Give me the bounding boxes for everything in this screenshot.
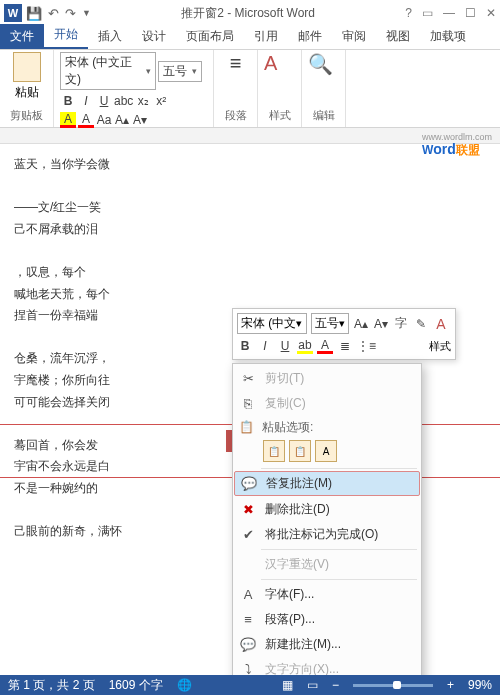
bold-button[interactable]: B <box>60 93 76 109</box>
zoom-out-icon[interactable]: − <box>332 678 339 692</box>
watermark-logo: www.wordlm.com Word联盟 <box>422 132 492 159</box>
tab-view[interactable]: 视图 <box>376 24 420 49</box>
menu-delete-comment[interactable]: ✖删除批注(D) <box>233 497 421 522</box>
status-word-count[interactable]: 1609 个字 <box>109 677 163 694</box>
styles-icon[interactable]: A <box>264 52 295 75</box>
copy-icon: ⎘ <box>239 396 257 412</box>
font-icon: A <box>239 587 257 603</box>
zoom-in-icon[interactable]: + <box>447 678 454 692</box>
qat-redo-icon[interactable]: ↷ <box>65 6 76 21</box>
mini-font-color[interactable]: A <box>317 338 333 354</box>
mini-numbering[interactable]: ⋮≡ <box>357 338 376 354</box>
tab-design[interactable]: 设计 <box>132 24 176 49</box>
qat-undo-icon[interactable]: ↶ <box>48 6 59 21</box>
menu-cut: ✂剪切(T) <box>233 366 421 391</box>
qat-dropdown-icon[interactable]: ▼ <box>82 8 91 18</box>
ribbon: 粘贴 剪贴板 宋体 (中文正文)▾ 五号▾ B I U abc x₂ x² A … <box>0 50 500 128</box>
delete-comment-icon: ✖ <box>239 502 257 518</box>
cut-icon: ✂ <box>239 371 257 387</box>
paragraph-icon[interactable]: ≡ <box>230 52 242 75</box>
text-line: 喊地老天荒，每个 <box>14 284 486 306</box>
tab-addins[interactable]: 加载项 <box>420 24 476 49</box>
paste-label[interactable]: 粘贴 <box>15 84 39 101</box>
reply-icon: 💬 <box>240 476 258 492</box>
menu-hanzi-reselect: 汉字重选(V) <box>233 552 421 577</box>
maximize-icon[interactable]: ☐ <box>465 6 476 20</box>
close-icon[interactable]: ✕ <box>486 6 496 20</box>
help-icon[interactable]: ? <box>405 6 412 20</box>
font-size-combo[interactable]: 五号▾ <box>158 61 202 82</box>
menu-paragraph[interactable]: ≡段落(P)... <box>233 607 421 632</box>
menu-copy: ⎘复制(C) <box>233 391 421 416</box>
document-area: www.wordlm.com Word联盟 蓝天，当你学会微 ——文/红尘一笑 … <box>0 128 500 675</box>
subscript-button[interactable]: x₂ <box>135 93 151 109</box>
grow-font-button[interactable]: A▴ <box>114 112 130 128</box>
group-styles: A 样式 <box>258 50 302 127</box>
zoom-level[interactable]: 99% <box>468 678 492 692</box>
view-read-mode-icon[interactable]: ▭ <box>307 678 318 692</box>
mini-font-combo[interactable]: 宋体 (中文▾ <box>237 313 307 334</box>
editing-group-label: 编辑 <box>308 108 339 125</box>
highlight-button[interactable]: A <box>60 112 76 128</box>
mini-styles[interactable]: A <box>433 316 449 332</box>
context-menu: ✂剪切(T) ⎘复制(C) 📋粘贴选项: 📋 📋 A 💬答复批注(M) ✖删除批… <box>232 363 422 675</box>
tab-home[interactable]: 开始 <box>44 22 88 49</box>
italic-button[interactable]: I <box>78 93 94 109</box>
paragraph-group-label: 段落 <box>225 108 247 125</box>
paste-keep-source-icon[interactable]: 📋 <box>263 440 285 462</box>
status-language-icon[interactable]: 🌐 <box>177 678 192 692</box>
mini-styles-label[interactable]: 样式 <box>429 339 451 354</box>
tab-file[interactable]: 文件 <box>0 24 44 49</box>
text-line: 己不屑承载的泪 <box>14 219 486 241</box>
font-color-button[interactable]: A <box>78 112 94 128</box>
mini-italic[interactable]: I <box>257 338 273 354</box>
mini-shrink-font[interactable]: A▾ <box>373 316 389 332</box>
font-name-combo[interactable]: 宋体 (中文正文)▾ <box>60 52 156 90</box>
qat-save-icon[interactable]: 💾 <box>26 6 42 21</box>
minimize-icon[interactable]: — <box>443 6 455 20</box>
mini-underline[interactable]: U <box>277 338 293 354</box>
tab-review[interactable]: 审阅 <box>332 24 376 49</box>
paste-text-only-icon[interactable]: A <box>315 440 337 462</box>
group-clipboard: 粘贴 剪贴板 <box>0 50 54 127</box>
mini-bold[interactable]: B <box>237 338 253 354</box>
text-line: 蓝天，当你学会微 <box>14 154 486 176</box>
view-print-layout-icon[interactable]: ▦ <box>282 678 293 692</box>
mini-wenzi[interactable]: 字 <box>393 316 409 332</box>
change-case-button[interactable]: Aa <box>96 112 112 128</box>
mini-bullets[interactable]: ≣ <box>337 338 353 354</box>
tab-insert[interactable]: 插入 <box>88 24 132 49</box>
paste-options-header: 📋粘贴选项: <box>233 416 421 438</box>
menu-mark-done[interactable]: ✔将批注标记为完成(O) <box>233 522 421 547</box>
mini-highlight[interactable]: ab <box>297 338 313 354</box>
tab-mailings[interactable]: 邮件 <box>288 24 332 49</box>
mini-size-combo[interactable]: 五号▾ <box>311 313 349 334</box>
mini-format-painter-icon[interactable]: ✎ <box>413 316 429 332</box>
text-line: ——文/红尘一笑 <box>14 197 486 219</box>
tab-references[interactable]: 引用 <box>244 24 288 49</box>
paste-merge-icon[interactable]: 📋 <box>289 440 311 462</box>
clipboard-group-label: 剪贴板 <box>6 108 47 125</box>
ribbon-options-icon[interactable]: ▭ <box>422 6 433 20</box>
group-font: 宋体 (中文正文)▾ 五号▾ B I U abc x₂ x² A A Aa A▴… <box>54 50 214 127</box>
mini-grow-font[interactable]: A▴ <box>353 316 369 332</box>
text-direction-icon: ⤵ <box>239 662 257 676</box>
status-page[interactable]: 第 1 页，共 2 页 <box>8 677 95 694</box>
menu-reply-comment[interactable]: 💬答复批注(M) <box>234 471 420 496</box>
shrink-font-button[interactable]: A▾ <box>132 112 148 128</box>
tab-layout[interactable]: 页面布局 <box>176 24 244 49</box>
ribbon-tabs: 文件 开始 插入 设计 页面布局 引用 邮件 审阅 视图 加载项 <box>0 26 500 50</box>
underline-button[interactable]: U <box>96 93 112 109</box>
app-icon: W <box>4 4 22 22</box>
mini-toolbar: 宋体 (中文▾ 五号▾ A▴ A▾ 字 ✎ A B I U ab A ≣ ⋮≡ … <box>232 308 456 360</box>
paste-icon[interactable] <box>13 52 41 82</box>
find-icon[interactable]: 🔍 <box>308 52 339 76</box>
menu-new-comment[interactable]: 💬新建批注(M)... <box>233 632 421 657</box>
styles-group-label: 样式 <box>264 108 295 125</box>
group-paragraph: ≡ 段落 <box>214 50 258 127</box>
paragraph-icon: ≡ <box>239 612 257 628</box>
strike-button[interactable]: abc <box>114 93 133 109</box>
zoom-slider[interactable] <box>353 684 433 687</box>
superscript-button[interactable]: x² <box>153 93 169 109</box>
menu-font[interactable]: A字体(F)... <box>233 582 421 607</box>
